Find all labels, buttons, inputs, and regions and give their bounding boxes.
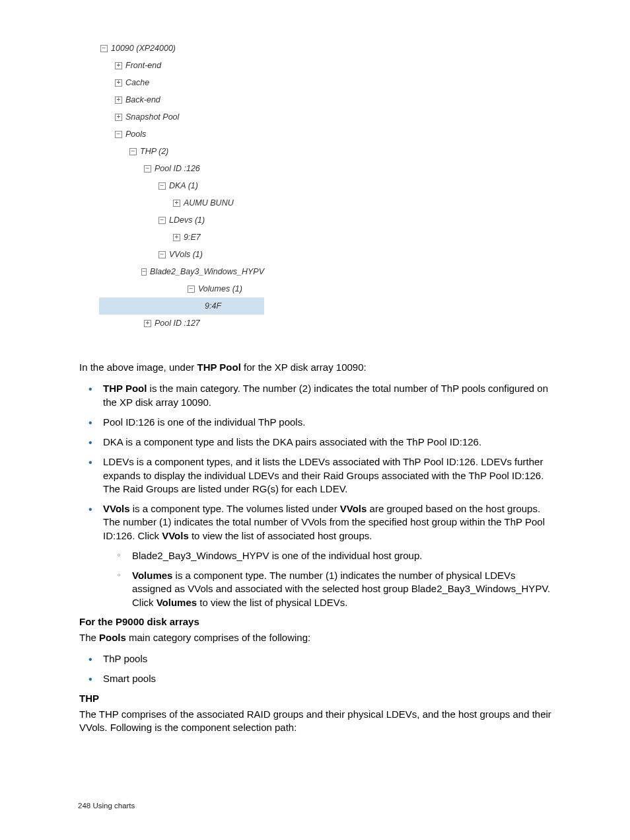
tree-node-ldev-9e7[interactable]: + 9:E7 bbox=[99, 229, 264, 246]
list-item: DKA is a component type and lists the DK… bbox=[79, 436, 554, 449]
tree-label: Volumes (1) bbox=[198, 284, 242, 293]
text: for the XP disk array 10090: bbox=[241, 362, 367, 373]
tree-label: 9:E7 bbox=[184, 233, 201, 242]
collapse-icon[interactable]: − bbox=[144, 165, 151, 172]
tree-node-volumes[interactable]: − Volumes (1) bbox=[99, 280, 264, 297]
collapse-icon[interactable]: − bbox=[141, 268, 147, 276]
text-bold: VVols bbox=[103, 503, 130, 514]
tree-node-pool-127[interactable]: + Pool ID :127 bbox=[99, 315, 264, 332]
list-item: VVols is a component type. The volumes l… bbox=[79, 502, 554, 609]
page-number: 248 bbox=[78, 802, 90, 810]
tree-node-cache[interactable]: + Cache bbox=[99, 74, 264, 91]
text: ThP pools bbox=[103, 653, 147, 664]
tree-label: Pools bbox=[125, 130, 146, 139]
paragraph: The Pools main category comprises of the… bbox=[79, 631, 554, 644]
tree-label: Back-end bbox=[125, 95, 160, 104]
expand-icon[interactable]: + bbox=[173, 234, 180, 241]
text-bold: VVols bbox=[340, 503, 367, 514]
tree-label: Front-end bbox=[125, 61, 161, 70]
expand-icon[interactable]: + bbox=[173, 200, 180, 207]
tree-label: Cache bbox=[125, 78, 149, 87]
tree-node-aumu-bunu[interactable]: + AUMU BUNU bbox=[99, 194, 264, 211]
heading-thp: THP bbox=[79, 693, 554, 704]
text: Smart pools bbox=[103, 673, 156, 684]
text: to view the list of physical LDEVs. bbox=[197, 597, 347, 608]
tree-node-blade2[interactable]: − Blade2_Bay3_Windows_HYPV bbox=[99, 263, 264, 280]
text-bold: Pools bbox=[99, 632, 126, 643]
tree-label: 9:4F bbox=[205, 301, 221, 311]
sub-bullet-list: Blade2_Bay3_Windows_HYPV is one of the i… bbox=[112, 549, 554, 609]
text: In the above image, under bbox=[79, 362, 197, 373]
tree-node-pool-126[interactable]: − Pool ID :126 bbox=[99, 160, 264, 177]
expand-icon[interactable]: + bbox=[115, 62, 122, 69]
tree-label: LDevs (1) bbox=[169, 215, 205, 225]
section-title: Using charts bbox=[92, 802, 135, 810]
tree-view: − 10090 (XP24000) + Front-end + Cache + … bbox=[99, 40, 264, 332]
collapse-icon[interactable]: − bbox=[188, 286, 195, 293]
tree-node-thp[interactable]: − THP (2) bbox=[99, 143, 264, 160]
bullet-list-main: THP Pool is the main category. The numbe… bbox=[79, 382, 554, 609]
text: is a component type. The volumes listed … bbox=[130, 503, 340, 514]
list-item: Pool ID:126 is one of the individual ThP… bbox=[79, 416, 554, 429]
expand-icon[interactable]: + bbox=[115, 96, 122, 104]
tree-label: DKA (1) bbox=[169, 181, 198, 190]
list-item: LDEVs is a component types, and it lists… bbox=[79, 455, 554, 496]
tree-label: Pool ID :127 bbox=[155, 319, 200, 328]
expand-icon[interactable]: + bbox=[115, 114, 122, 121]
text: Blade2_Bay3_Windows_HYPV is one of the i… bbox=[132, 550, 422, 561]
expand-icon[interactable]: + bbox=[144, 320, 151, 327]
text: DKA is a component type and lists the DK… bbox=[103, 436, 481, 447]
text: to view the list of associated host grou… bbox=[189, 530, 372, 541]
text-bold: Volumes bbox=[132, 570, 172, 581]
list-item: THP Pool is the main category. The numbe… bbox=[79, 382, 554, 409]
text: LDEVs is a component types, and it lists… bbox=[103, 456, 543, 494]
tree-node-frontend[interactable]: + Front-end bbox=[99, 57, 264, 74]
tree-label: VVols (1) bbox=[169, 250, 203, 259]
tree-node-snapshot-pool[interactable]: + Snapshot Pool bbox=[99, 108, 264, 126]
list-item: Smart pools bbox=[79, 672, 554, 685]
tree-node-ldevs[interactable]: − LDevs (1) bbox=[99, 211, 264, 229]
tree-node-root[interactable]: − 10090 (XP24000) bbox=[99, 40, 264, 57]
text-bold: Volumes bbox=[157, 597, 197, 608]
collapse-icon[interactable]: − bbox=[158, 217, 166, 224]
tree-label: Pool ID :126 bbox=[155, 164, 200, 173]
paragraph: The THP comprises of the associated RAID… bbox=[79, 708, 554, 735]
text: The THP comprises of the associated RAID… bbox=[79, 708, 551, 733]
list-item: Volumes is a component type. The number … bbox=[112, 569, 554, 609]
tree-node-94f[interactable]: 9:4F bbox=[99, 297, 264, 315]
list-item: Blade2_Bay3_Windows_HYPV is one of the i… bbox=[112, 549, 554, 562]
collapse-icon[interactable]: − bbox=[158, 251, 166, 258]
collapse-icon[interactable]: − bbox=[129, 148, 137, 155]
intro-paragraph: In the above image, under THP Pool for t… bbox=[79, 361, 554, 374]
tree-label: THP (2) bbox=[140, 147, 168, 156]
bullet-list-p9000: ThP pools Smart pools bbox=[79, 652, 554, 686]
collapse-icon[interactable]: − bbox=[115, 131, 122, 138]
collapse-icon[interactable]: − bbox=[100, 45, 108, 52]
text: main category comprises of the following… bbox=[126, 632, 310, 643]
tree-label: AUMU BUNU bbox=[184, 198, 234, 208]
text: Pool ID:126 is one of the individual ThP… bbox=[103, 416, 305, 428]
tree-node-vvols[interactable]: − VVols (1) bbox=[99, 246, 264, 263]
text: is the main category. The number (2) ind… bbox=[103, 383, 548, 407]
text-bold: THP Pool bbox=[197, 362, 240, 373]
text-bold: VVols bbox=[162, 530, 189, 541]
tree-node-backend[interactable]: + Back-end bbox=[99, 91, 264, 108]
tree-node-pools[interactable]: − Pools bbox=[99, 126, 264, 143]
text: The bbox=[79, 632, 99, 643]
list-item: ThP pools bbox=[79, 652, 554, 666]
collapse-icon[interactable]: − bbox=[158, 182, 166, 190]
tree-label: Snapshot Pool bbox=[125, 112, 179, 122]
page-footer: 248 Using charts bbox=[78, 802, 135, 810]
heading-p9000: For the P9000 disk arrays bbox=[79, 616, 554, 627]
expand-icon[interactable]: + bbox=[115, 79, 122, 87]
text-bold: THP Pool bbox=[103, 383, 147, 394]
tree-node-dka[interactable]: − DKA (1) bbox=[99, 177, 264, 194]
tree-label: Blade2_Bay3_Windows_HYPV bbox=[150, 267, 264, 276]
tree-label: 10090 (XP24000) bbox=[111, 44, 176, 53]
